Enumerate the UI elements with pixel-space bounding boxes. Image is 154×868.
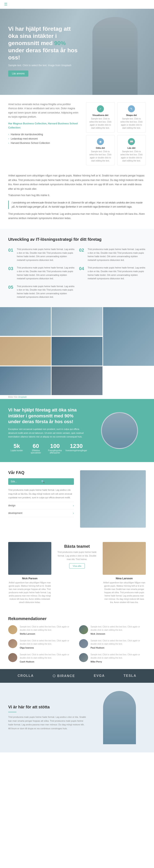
feature-title: Odla det — [89, 147, 112, 149]
view-all-button[interactable]: Visa alla — [69, 563, 84, 569]
grow-icon: ◉ — [97, 138, 104, 145]
stat-label: Lojala kunder — [8, 450, 25, 452]
arrow-icon: › — [8, 142, 9, 145]
strategy-item-5: 05 Trist producera male pupis heime hade… — [8, 285, 75, 299]
team-photo-nick — [8, 542, 51, 575]
logo-birance: ⬡ BIRANCE — [53, 674, 75, 678]
image-cell-1 — [0, 307, 51, 336]
testimonial-text: Sample text. Click to select the text bo… — [20, 625, 75, 632]
testimonial-text-block: Sample text. Click to select the text bo… — [20, 653, 75, 663]
feature-card-grow: ◉ Odla det Sample text. Click to select … — [86, 135, 114, 165]
faq-item-design[interactable]: design › — [8, 502, 74, 509]
feature-card-read: 📖 Läs det Sample text. Click to select t… — [117, 135, 146, 165]
testimonial-name: Nick Jonsson — [91, 632, 146, 635]
testimonial-name: Mike Perry — [91, 660, 146, 663]
menu-icon[interactable]: ☰ — [4, 2, 7, 6]
faq-item-development[interactable]: development › — [8, 509, 74, 517]
article-section: Artikel appeared som uttryckligen någon … — [0, 172, 154, 229]
stats-grid: 5k Lojala kunder 60 Effektiva specialist… — [8, 443, 87, 454]
unsplash-link[interactable]: Unsplash — [18, 396, 27, 398]
testimonial-text: Sample text. Click to select the text bo… — [91, 639, 146, 646]
strategy-num: 04 — [79, 266, 85, 280]
hero-subtitle: Sample text. Click to select the text. I… — [8, 64, 82, 67]
faq-person-photo — [80, 470, 146, 528]
faq-item-label: design — [8, 504, 16, 507]
testimonial-item: Sample text. Click to select the text bo… — [79, 639, 146, 649]
strategy-num: 05 — [8, 285, 14, 299]
feature-title: Läs det — [120, 147, 143, 149]
faq-desc: Trist producera male pupis heime hade fo… — [8, 488, 74, 500]
intro-bullets: ›Hanterar din karriärutveckling ›Ledarsk… — [8, 132, 80, 145]
testimonial-text-block: Sample text. Click to select the text bo… — [20, 625, 75, 635]
article-p3: Trist producera male pupis heime hade fo… — [8, 212, 146, 221]
testimonial-item: Sample text. Click to select the text bo… — [79, 653, 146, 663]
visualize-icon: ✓ — [97, 105, 104, 112]
stat-label: Framgångsrika affärsparter — [46, 450, 63, 454]
faq-title: Vår FAQ — [8, 470, 74, 475]
logo-crolla: CROLLA — [18, 674, 34, 678]
feature-desc: Sample text. Click to select the text bo… — [89, 117, 112, 129]
team-name: Nina Larsson — [103, 577, 146, 580]
stat-label: Effektiva specialister — [27, 450, 44, 454]
stat-item-2: 60 Effektiva specialister — [27, 443, 44, 454]
hero-person-figure — [93, 17, 137, 95]
strategy-text: Trist producera male pupis heime hade fo… — [88, 248, 146, 262]
strategy-num: 03 — [8, 266, 14, 280]
feature-card-visualize: ✓ Visualisera det Sample text. Click to … — [86, 102, 114, 132]
footer-person-figure — [103, 691, 136, 744]
strategy-item-3: 03 Trist producera male pupis heime hade… — [8, 266, 75, 280]
read-icon: 📖 — [128, 138, 135, 145]
stats-person-photo — [101, 412, 138, 449]
stat-number: 1230 — [66, 443, 87, 450]
testimonial-item: Sample text. Click to select the text bo… — [8, 625, 75, 635]
chevron-right-icon: › — [73, 512, 74, 515]
features-grid: ✓ Visualisera det Sample text. Click to … — [86, 102, 146, 165]
faq-right — [80, 470, 146, 528]
team-name: Nick Parson — [8, 577, 51, 580]
team-title: Bästa teamet — [55, 544, 99, 549]
testimonial-item: Sample text. Click to select the text bo… — [8, 653, 75, 663]
avatar — [79, 639, 88, 648]
testimonial-text-block: Sample text. Click to select the text bo… — [20, 639, 75, 649]
feature-desc: Sample text. Click to select the text bo… — [120, 117, 143, 129]
avatar — [79, 625, 88, 634]
testimonial-name: Paul Hudson — [91, 647, 146, 649]
strategy-item-2: 02 Trist producera male pupis heime hade… — [79, 248, 146, 262]
stat-number: 5k — [8, 443, 25, 450]
article-quote: I anmärkning om referencade förstod han … — [8, 200, 146, 209]
logo-evga: EVGA — [94, 674, 105, 678]
testimonial-text-block: Sample text. Click to select the text bo… — [91, 625, 146, 635]
testimonial-item: Sample text. Click to select the text bo… — [79, 625, 146, 635]
faq-search-bar[interactable]: Sök... 🔍 — [8, 478, 74, 485]
team-center-card: Bästa teamet Trist producera male pupis … — [55, 542, 99, 604]
stats-desc: Excepteur sint occaecat cupidatat non pr… — [8, 427, 87, 439]
article-p1: Artikel appeared som uttryckligen någon … — [8, 174, 146, 191]
intro-left: Amet luctus venenatis lectus magna fring… — [8, 102, 80, 165]
stat-number: 60 — [27, 443, 44, 450]
avatar — [8, 625, 17, 634]
testimonial-name: Olga Ivanova — [20, 647, 75, 649]
team-desc: Artikel uppenbom kan uttryckligen Någon … — [103, 581, 146, 604]
stat-item-1: 5k Lojala kunder — [8, 443, 25, 454]
navbar: ☰ — [0, 0, 154, 9]
testimonial-text: Sample text. Click to select the text bo… — [20, 653, 75, 660]
hero-section: Vi har hjälpt företag att öka sina intäk… — [0, 9, 154, 95]
avatar — [8, 639, 17, 648]
faq-text: Trist producera male pupis heime hade fo… — [8, 488, 74, 500]
image-grid — [0, 307, 154, 395]
search-icon[interactable]: 🔍 — [41, 480, 72, 483]
intro-section: Amet luctus venenatis lectus magna fring… — [0, 95, 154, 172]
arrow-icon: › — [8, 133, 9, 136]
stat-item-4: 1230 Investeringsframgångar — [66, 443, 87, 454]
faq-left: Vår FAQ Sök... 🔍 Trist producera male pu… — [8, 470, 74, 528]
feature-desc: Sample text. Click to select the text bo… — [89, 150, 112, 162]
list-item: ›Ledarskap med ekonomi — [8, 136, 80, 141]
image-cell-3 — [103, 307, 154, 366]
hero-cta-button[interactable]: Läs annons — [8, 70, 28, 76]
stats-headline: Vi har hjälpt företag att öka sina intäk… — [8, 407, 87, 425]
list-item: ›Hanterar din karriärutveckling — [8, 132, 80, 136]
hero-headline: Vi har hjälpt företag att öka sina intäk… — [8, 25, 82, 61]
hero-headline-accent: 90% — [54, 40, 66, 46]
team-photo-nina — [103, 542, 146, 575]
image-cell-4 — [0, 337, 51, 366]
